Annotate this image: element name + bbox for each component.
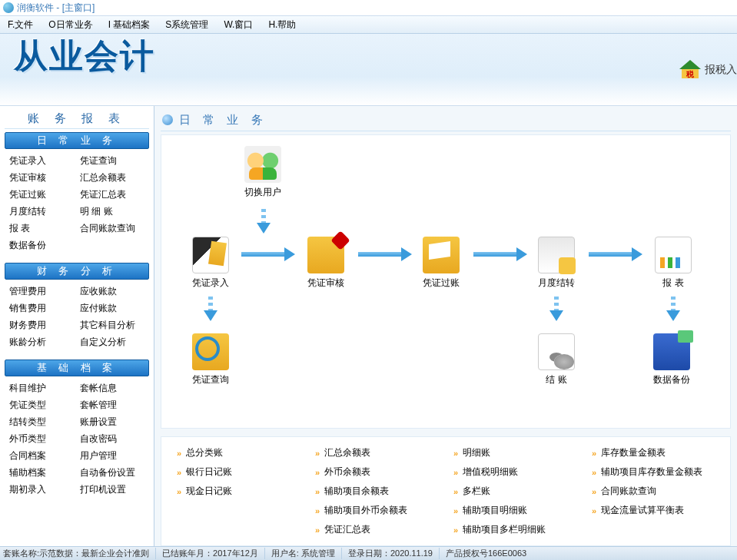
report-link[interactable]: »辅助项目多栏明细账: [453, 523, 576, 536]
report-link[interactable]: »辅助项目外币余额表: [315, 504, 438, 517]
sidebar-item[interactable]: 其它科目分析: [77, 316, 148, 333]
sidebar-item[interactable]: 合同账款查询: [77, 220, 148, 237]
tax-house-icon: 税: [680, 61, 700, 78]
sidebar-item[interactable]: 凭证审核: [6, 169, 77, 186]
report-link[interactable]: »汇总余额表: [315, 446, 438, 459]
menu-daily[interactable]: O日常业务: [41, 18, 100, 31]
node-voucher-query[interactable]: 凭证查询: [192, 333, 229, 386]
arrow-right-icon: [473, 252, 527, 257]
sidebar-group-head[interactable]: 基 础 档 案: [5, 360, 149, 376]
sidebar-item[interactable]: 账龄分析: [6, 333, 77, 350]
sidebar-item[interactable]: 凭证汇总表: [77, 186, 148, 203]
report-link[interactable]: »库存数量金额表: [592, 446, 715, 459]
arrow-right-icon: [241, 252, 295, 257]
sidebar-group-head[interactable]: 日 常 业 务: [5, 132, 149, 149]
sidebar-item[interactable]: 数据备份: [6, 237, 77, 253]
sidebar-item[interactable]: 套帐信息: [77, 379, 148, 396]
content: 日 常 业 务 切换用户 凭证录入 凭证审核 凭证过账: [154, 106, 737, 546]
sidebar-item[interactable]: 套帐管理: [77, 396, 148, 413]
window-titlebar: 润衡软件 - [主窗口]: [0, 0, 737, 15]
node-month-close[interactable]: 月度结转: [538, 237, 575, 290]
report-link[interactable]: »银行日记账: [177, 466, 300, 479]
report-icon: [655, 237, 692, 273]
node-close-account[interactable]: 结 账: [538, 333, 575, 386]
sidebar-item[interactable]: 外币类型: [6, 430, 77, 447]
chevron-right-icon: »: [592, 468, 596, 477]
app-icon: [3, 2, 14, 13]
menu-window[interactable]: W.窗口: [216, 18, 261, 31]
menu-bar: F.文件 O日常业务 I 基础档案 S系统管理 W.窗口 H.帮助: [0, 15, 737, 34]
tax-entry[interactable]: 税 报税入: [680, 61, 737, 78]
menu-archive[interactable]: I 基础档案: [101, 18, 158, 31]
users-icon: [244, 146, 281, 183]
chevron-right-icon: »: [453, 525, 458, 535]
voucher-query-icon: [192, 333, 229, 370]
node-voucher-audit[interactable]: 凭证审核: [307, 237, 344, 290]
sidebar-item[interactable]: 结转类型: [6, 413, 77, 430]
arrow-down-icon: [208, 297, 213, 321]
sidebar-item[interactable]: 财务费用: [6, 316, 77, 333]
sidebar-item[interactable]: 销售费用: [6, 300, 77, 316]
sidebar-item[interactable]: 月度结转: [6, 203, 77, 220]
report-link[interactable]: »增值税明细账: [453, 466, 576, 479]
bullet-icon: [162, 114, 173, 125]
sidebar-item[interactable]: 自改密码: [77, 430, 148, 447]
voucher-audit-icon: [307, 237, 344, 273]
report-link[interactable]: »合同账款查询: [592, 485, 715, 498]
node-switch-user[interactable]: 切换用户: [244, 146, 281, 199]
menu-file[interactable]: F.文件: [0, 18, 41, 31]
sidebar-group-head[interactable]: 财 务 分 析: [5, 263, 149, 280]
chevron-right-icon: »: [592, 449, 596, 458]
report-link[interactable]: »现金流量试算平衡表: [592, 504, 715, 517]
sidebar-item[interactable]: 用户管理: [77, 447, 148, 464]
banner: 从业会计 税 报税入: [0, 34, 737, 106]
report-link[interactable]: »辅助项目库存数量金额表: [592, 466, 715, 479]
report-link: [592, 523, 715, 536]
node-voucher-post[interactable]: 凭证过账: [423, 237, 460, 290]
report-link[interactable]: »明细账: [453, 446, 576, 459]
content-title-row: 日 常 业 务: [154, 109, 737, 131]
sidebar-item[interactable]: 凭证类型: [6, 396, 77, 413]
sidebar-item[interactable]: 应收账款: [77, 283, 148, 300]
sidebar: 账 务 报 表 日 常 业 务凭证录入凭证查询凭证审核汇总余额表凭证过账凭证汇总…: [0, 106, 154, 546]
status-account: 套账名称:示范数据：最新企业会计准则: [3, 548, 156, 559]
node-backup[interactable]: 数据备份: [653, 333, 690, 386]
status-login: 登录日期：2020.11.19: [348, 548, 440, 559]
voucher-post-icon: [423, 237, 460, 273]
report-link[interactable]: »辅助项目余额表: [315, 485, 438, 498]
menu-help[interactable]: H.帮助: [261, 18, 304, 31]
sidebar-item[interactable]: 应付账款: [77, 300, 148, 316]
chevron-right-icon: »: [453, 468, 458, 477]
sidebar-item[interactable]: 凭证查询: [77, 152, 148, 169]
chevron-right-icon: »: [315, 487, 320, 496]
sidebar-item[interactable]: 凭证录入: [6, 152, 77, 169]
node-voucher-entry[interactable]: 凭证录入: [192, 237, 229, 290]
chevron-right-icon: »: [453, 506, 458, 515]
chevron-right-icon: »: [315, 449, 320, 458]
sidebar-item[interactable]: 期初录入: [6, 481, 77, 498]
sidebar-item[interactable]: 科目维护: [6, 379, 77, 396]
sidebar-item[interactable]: 报 表: [6, 220, 77, 237]
sidebar-item[interactable]: 合同档案: [6, 447, 77, 464]
sidebar-item[interactable]: 辅助档案: [6, 464, 77, 481]
sidebar-item[interactable]: 凭证过账: [6, 186, 77, 203]
report-link[interactable]: »辅助项目明细账: [453, 504, 576, 517]
sidebar-item[interactable]: 自动备份设置: [77, 464, 148, 481]
menu-system[interactable]: S系统管理: [158, 18, 216, 31]
node-report[interactable]: 报 表: [655, 237, 692, 290]
backup-icon: [653, 333, 690, 370]
report-link[interactable]: »凭证汇总表: [315, 523, 438, 536]
sidebar-item[interactable]: 汇总余额表: [77, 169, 148, 186]
sidebar-item[interactable]: 明 细 账: [77, 203, 148, 220]
report-link[interactable]: »现金日记账: [177, 485, 300, 498]
chevron-right-icon: »: [177, 449, 181, 458]
sidebar-item[interactable]: 账册设置: [77, 413, 148, 430]
month-close-icon: [538, 237, 575, 273]
report-link[interactable]: »多栏账: [453, 485, 576, 498]
sidebar-item[interactable]: 自定义分析: [77, 333, 148, 350]
report-link[interactable]: »总分类账: [177, 446, 300, 459]
sidebar-item[interactable]: 打印机设置: [77, 481, 148, 498]
sidebar-item[interactable]: 管理费用: [6, 283, 77, 300]
report-link[interactable]: »外币余额表: [315, 466, 438, 479]
report-link: [177, 504, 300, 517]
